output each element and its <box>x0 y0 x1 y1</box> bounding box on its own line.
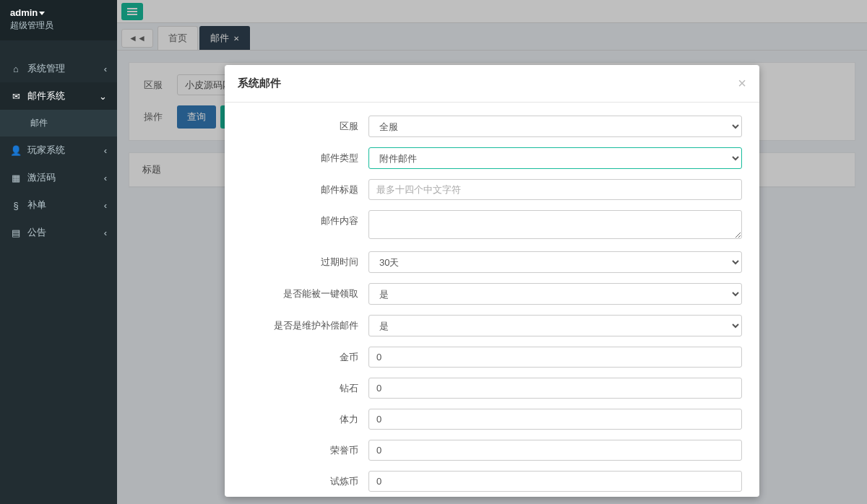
label-honor: 荣誉币 <box>242 440 368 457</box>
sidebar-item-activation[interactable]: ▦激活码‹ <box>0 164 117 191</box>
label-subject: 邮件标题 <box>242 179 368 196</box>
select-server[interactable]: 全服 <box>368 116 742 137</box>
input-gold[interactable] <box>368 347 742 368</box>
label-type: 邮件类型 <box>242 147 368 165</box>
label-oneclick: 是否能被一键领取 <box>242 283 368 300</box>
submenu-mail: 邮件 <box>0 110 117 136</box>
label-expire: 过期时间 <box>242 251 368 269</box>
user-role: 超级管理员 <box>10 19 107 32</box>
chevron-left-icon: ‹ <box>104 200 107 211</box>
label-gold: 金币 <box>242 347 368 364</box>
select-compensate[interactable]: 是 <box>368 315 742 336</box>
mail-icon: ✉ <box>10 91 22 102</box>
modal-overlay: 系统邮件 × 区服全服 邮件类型附件邮件 邮件标题 邮件内容 过期时间30天 是… <box>117 0 867 504</box>
input-diamond[interactable] <box>368 378 742 399</box>
user-icon: 👤 <box>10 145 22 156</box>
modal-close-button[interactable]: × <box>738 75 746 92</box>
chevron-left-icon: ‹ <box>104 145 107 156</box>
sidebar-item-player[interactable]: 👤玩家系统‹ <box>0 136 117 164</box>
select-type[interactable]: 附件邮件 <box>368 147 742 169</box>
modal-system-mail: 系统邮件 × 区服全服 邮件类型附件邮件 邮件标题 邮件内容 过期时间30天 是… <box>225 65 759 497</box>
sidebar-item-label: 玩家系统 <box>27 144 65 157</box>
modal-header: 系统邮件 × <box>225 65 759 103</box>
input-stamina[interactable] <box>368 409 742 430</box>
sidebar-item-label: 邮件系统 <box>27 90 65 103</box>
list-icon: ▤ <box>10 227 22 238</box>
sidebar-item-announce[interactable]: ▤公告‹ <box>0 219 117 246</box>
submenu-item-mail[interactable]: 邮件 <box>0 110 117 136</box>
label-content: 邮件内容 <box>242 210 368 227</box>
input-honor[interactable] <box>368 440 742 461</box>
chevron-down-icon: ⌄ <box>99 91 107 102</box>
sidebar: admin 超级管理员 ⌂系统管理‹ ✉邮件系统⌄ 邮件 👤玩家系统‹ ▦激活码… <box>0 0 117 504</box>
home-icon: ⌂ <box>10 64 22 74</box>
label-stamina: 体力 <box>242 409 368 426</box>
label-trial: 试炼币 <box>242 471 368 488</box>
sidebar-item-label: 补单 <box>27 199 46 212</box>
chevron-left-icon: ‹ <box>104 173 107 183</box>
qrcode-icon: ▦ <box>10 173 22 183</box>
label-diamond: 钻石 <box>242 378 368 395</box>
link-icon: § <box>10 200 22 211</box>
label-server: 区服 <box>242 116 368 133</box>
modal-body: 区服全服 邮件类型附件邮件 邮件标题 邮件内容 过期时间30天 是否能被一键领取… <box>225 103 759 497</box>
sidebar-item-label: 系统管理 <box>27 62 65 75</box>
chevron-left-icon: ‹ <box>104 227 107 238</box>
chevron-left-icon: ‹ <box>104 64 107 74</box>
sidebar-menu: ⌂系统管理‹ ✉邮件系统⌄ 邮件 👤玩家系统‹ ▦激活码‹ §补单‹ ▤公告‹ <box>0 55 117 246</box>
label-compensate: 是否是维护补偿邮件 <box>242 315 368 332</box>
user-name: admin <box>10 7 38 18</box>
sidebar-user-block[interactable]: admin 超级管理员 <box>0 0 117 40</box>
textarea-content[interactable] <box>368 210 742 239</box>
input-subject[interactable] <box>368 179 742 200</box>
select-oneclick[interactable]: 是 <box>368 283 742 305</box>
sidebar-item-label: 公告 <box>27 226 46 239</box>
sidebar-item-system[interactable]: ⌂系统管理‹ <box>0 55 117 82</box>
modal-title: 系统邮件 <box>238 77 281 90</box>
select-expire[interactable]: 30天 <box>368 251 742 273</box>
caret-down-icon <box>39 12 45 15</box>
sidebar-item-mail[interactable]: ✉邮件系统⌄ <box>0 82 117 110</box>
submenu-label: 邮件 <box>30 117 48 129</box>
sidebar-item-reorder[interactable]: §补单‹ <box>0 191 117 219</box>
sidebar-item-label: 激活码 <box>27 171 56 184</box>
input-trial[interactable] <box>368 471 742 492</box>
